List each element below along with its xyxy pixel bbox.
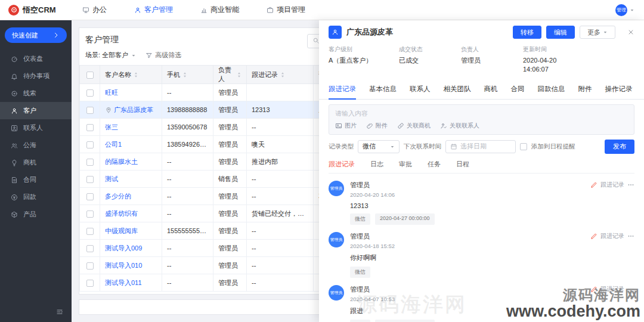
timeline-user: 管理员 bbox=[350, 181, 395, 190]
drawer-tab-basic-info[interactable]: 基本信息 bbox=[369, 80, 397, 99]
userlink-icon bbox=[440, 122, 447, 129]
customer-name-link[interactable]: 测试导入010 bbox=[105, 262, 142, 269]
image-icon bbox=[335, 122, 342, 129]
column-header-name[interactable]: 客户名称 bbox=[100, 66, 162, 84]
subtab-log[interactable]: 日志 bbox=[370, 160, 383, 169]
quick-create-button[interactable]: 快速创建 bbox=[5, 27, 67, 43]
customer-name-link[interactable]: 中级观阅库 bbox=[105, 227, 138, 234]
sort-icon[interactable] bbox=[280, 72, 285, 78]
column-header-mobile[interactable]: 手机 bbox=[162, 66, 213, 84]
row-checkbox[interactable] bbox=[86, 141, 94, 148]
composer-tool-link-contact[interactable]: 关联联系人 bbox=[440, 122, 479, 130]
sidebar-item-label: 商机 bbox=[23, 158, 36, 167]
sidebar-item-products[interactable]: 产品 bbox=[0, 206, 72, 223]
row-checkbox[interactable] bbox=[86, 262, 94, 270]
advanced-filter-button[interactable]: 高级筛选 bbox=[145, 51, 181, 60]
composer-input[interactable]: 请输入内容 bbox=[329, 105, 634, 119]
reminder-checkbox[interactable] bbox=[520, 143, 527, 150]
more-icon[interactable] bbox=[627, 181, 634, 188]
cell-follow-record: -- bbox=[247, 240, 314, 257]
collapse-sidebar-icon[interactable] bbox=[56, 308, 63, 317]
drawer-tab-receivable-info[interactable]: 回款信息 bbox=[538, 80, 565, 99]
row-checkbox[interactable] bbox=[86, 107, 94, 114]
scene-filter-dropdown[interactable]: 场景: 全部客户 bbox=[85, 51, 136, 60]
info-label: 成交状态 bbox=[399, 45, 453, 54]
record-type-select[interactable]: 微信 bbox=[358, 140, 400, 153]
customer-name-link[interactable]: 测试导入009 bbox=[105, 244, 142, 252]
drawer-tab-follow-record[interactable]: 跟进记录 bbox=[329, 80, 356, 99]
subtab-approval[interactable]: 审批 bbox=[399, 160, 412, 169]
app-root: 悟空CRM 办公客户管理商业智能项目管理 管理 快速创建 仪表盘待办事项线索客户… bbox=[0, 0, 644, 322]
row-checkbox[interactable] bbox=[86, 176, 94, 183]
topnav-item-customer-management[interactable]: 客户管理 bbox=[134, 0, 173, 20]
topnav-item-label: 商业智能 bbox=[210, 5, 239, 15]
drawer-tab-contacts[interactable]: 联系人 bbox=[410, 80, 431, 99]
sidebar-item-dashboard[interactable]: 仪表盘 bbox=[0, 50, 72, 67]
row-checkbox[interactable] bbox=[86, 245, 94, 252]
drawer-tab-contract[interactable]: 合同 bbox=[511, 80, 525, 99]
customer-name-link[interactable]: 旺旺 bbox=[105, 89, 118, 96]
customer-name-link[interactable]: 测试 bbox=[105, 175, 118, 182]
customer-name-link[interactable]: 测试导入011 bbox=[105, 279, 142, 286]
sidebar-item-opportunities[interactable]: 商机 bbox=[0, 154, 72, 171]
customer-name-link[interactable]: 公司1 bbox=[105, 141, 122, 148]
more-icon[interactable] bbox=[627, 286, 634, 293]
app-logo[interactable]: 悟空CRM bbox=[0, 5, 73, 16]
sidebar-item-contracts[interactable]: 合同 bbox=[0, 171, 72, 188]
sidebar-item-customers[interactable]: 客户 bbox=[0, 102, 72, 119]
close-icon[interactable] bbox=[627, 29, 634, 36]
timeline-time: 2020-04-20 14:06 bbox=[350, 191, 395, 198]
customer-name-link[interactable]: 盛泽纺织有 bbox=[105, 210, 138, 217]
customer-name-link[interactable]: 多少分的 bbox=[105, 193, 131, 200]
transfer-button[interactable]: 转移 bbox=[513, 26, 541, 39]
topnav-user[interactable]: 管理 bbox=[615, 4, 644, 16]
row-checkbox[interactable] bbox=[86, 89, 94, 97]
more-button[interactable]: 更多 bbox=[580, 26, 615, 39]
column-header-follow-record[interactable]: 跟进记录 bbox=[247, 66, 314, 84]
user-avatar[interactable]: 管理 bbox=[615, 4, 627, 16]
sidebar-item-public-sea[interactable]: 公海 bbox=[0, 137, 72, 154]
sort-icon[interactable] bbox=[134, 72, 138, 78]
customer-name-link[interactable]: 张三 bbox=[105, 123, 118, 131]
composer-tool-image[interactable]: 图片 bbox=[335, 122, 357, 130]
topnav-item-business-intelligence[interactable]: 商业智能 bbox=[200, 0, 239, 20]
customer-name-link[interactable]: 的隔膜水土 bbox=[105, 158, 138, 165]
publish-button[interactable]: 发布 bbox=[605, 140, 634, 154]
row-checkbox[interactable] bbox=[86, 124, 94, 131]
customer-info-summary: 客户级别A（重点客户）成交状态已成交负责人管理员更新时间2020-04-20 1… bbox=[319, 43, 644, 80]
drawer-tab-team[interactable]: 相关团队 bbox=[444, 80, 471, 99]
drawer-tab-operation-log[interactable]: 操作记录 bbox=[605, 80, 633, 99]
edit-button[interactable]: 编辑 bbox=[546, 26, 575, 39]
topnav-item-office[interactable]: 办公 bbox=[82, 0, 107, 20]
row-checkbox[interactable] bbox=[86, 280, 94, 287]
subtab-follow-record[interactable]: 跟进记录 bbox=[329, 160, 355, 169]
cell-follow-record bbox=[247, 84, 314, 101]
cell-mobile: 15555555555555 bbox=[162, 222, 213, 240]
more-icon[interactable] bbox=[627, 233, 634, 240]
sidebar-item-todo[interactable]: 待办事项 bbox=[0, 67, 72, 85]
select-all-checkbox[interactable] bbox=[86, 72, 94, 79]
topnav-item-label: 项目管理 bbox=[277, 5, 305, 15]
next-contact-date-input[interactable]: 选择日期 bbox=[445, 140, 516, 153]
sidebar-item-receivables[interactable]: 回款 bbox=[0, 188, 72, 206]
row-checkbox[interactable] bbox=[86, 193, 94, 200]
composer-tool-link-opportunity[interactable]: 关联商机 bbox=[397, 122, 431, 130]
sidebar-item-contacts[interactable]: 联系人 bbox=[0, 119, 72, 137]
sort-icon[interactable] bbox=[237, 72, 242, 78]
attachment-icon bbox=[366, 122, 373, 129]
row-checkbox[interactable] bbox=[86, 210, 94, 218]
row-checkbox[interactable] bbox=[86, 159, 94, 166]
subtab-task[interactable]: 任务 bbox=[428, 160, 441, 169]
sidebar-item-leads[interactable]: 线索 bbox=[0, 85, 72, 102]
customer-name-link[interactable]: 广东品源皮革 bbox=[114, 106, 153, 113]
info-field-update-time: 更新时间2020-04-20 14:06:07 bbox=[523, 45, 577, 74]
topnav-item-project-management[interactable]: 项目管理 bbox=[267, 0, 305, 20]
subtab-schedule[interactable]: 日程 bbox=[456, 160, 469, 169]
info-value: 已成交 bbox=[399, 56, 453, 65]
drawer-tab-attachment[interactable]: 附件 bbox=[578, 80, 592, 99]
column-header-owner[interactable]: 负责人 bbox=[213, 66, 247, 84]
sort-icon[interactable] bbox=[182, 72, 187, 78]
drawer-tab-opportunity[interactable]: 商机 bbox=[484, 80, 498, 99]
row-checkbox[interactable] bbox=[86, 228, 94, 235]
composer-tool-attachment[interactable]: 附件 bbox=[366, 122, 388, 130]
